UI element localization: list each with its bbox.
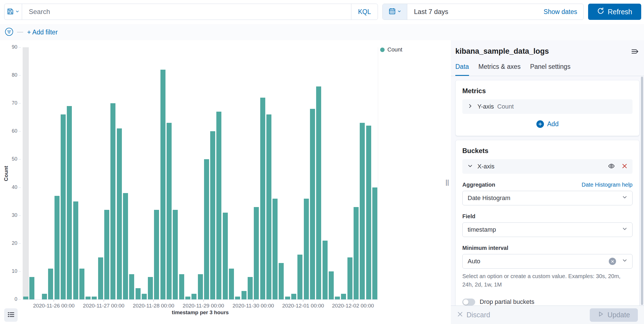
time-range-value[interactable]: Last 7 days (407, 8, 448, 16)
bar[interactable] (279, 263, 284, 299)
bar[interactable] (316, 86, 321, 299)
bar[interactable] (98, 257, 103, 299)
panel-content: Metrics Y-axis Count Add Buckets (451, 76, 644, 306)
panel-scrollbar[interactable] (641, 77, 643, 305)
bar[interactable] (273, 199, 278, 299)
bar[interactable] (123, 193, 128, 299)
bar[interactable] (117, 128, 122, 299)
bar[interactable] (23, 297, 28, 299)
bar[interactable] (254, 207, 259, 299)
bar[interactable] (285, 297, 290, 299)
tab-data[interactable]: Data (455, 63, 469, 76)
date-histogram-help-link[interactable]: Date Histogram help (582, 182, 633, 188)
legend-item-count[interactable]: Count (380, 46, 402, 53)
legend-toggle-button[interactable] (4, 308, 18, 322)
refresh-button[interactable]: Refresh (588, 4, 641, 20)
bar[interactable] (110, 103, 115, 299)
field-select[interactable]: timestamp (462, 222, 633, 237)
bar[interactable] (173, 210, 178, 299)
calendar-icon (389, 8, 396, 16)
add-metric-button[interactable]: Add (462, 119, 633, 129)
refresh-button-label: Refresh (608, 8, 632, 16)
list-icon (7, 311, 15, 319)
bar[interactable] (210, 131, 215, 299)
show-dates-link[interactable]: Show dates (544, 8, 583, 16)
bar[interactable] (329, 271, 334, 299)
bar[interactable] (154, 210, 159, 299)
bar[interactable] (61, 114, 66, 299)
toggle-knob (463, 299, 468, 305)
bar[interactable] (366, 126, 371, 299)
bar[interactable] (242, 291, 247, 299)
bar[interactable] (229, 269, 234, 299)
bar[interactable] (67, 106, 72, 299)
bar[interactable] (179, 274, 184, 299)
bar[interactable] (48, 269, 53, 299)
collapse-panel-button[interactable] (631, 48, 639, 56)
discard-button[interactable]: Discard (457, 311, 490, 319)
bar[interactable] (148, 277, 153, 299)
bar[interactable] (42, 294, 47, 299)
bar[interactable] (235, 297, 240, 299)
bar[interactable] (310, 109, 315, 299)
tab-panel-settings[interactable]: Panel settings (530, 63, 570, 76)
add-filter-link[interactable]: + Add filter (27, 29, 58, 36)
bar[interactable] (372, 187, 377, 299)
bar[interactable] (29, 277, 34, 299)
kql-language-button[interactable]: KQL (351, 4, 378, 20)
calendar-button[interactable] (383, 4, 407, 20)
bar[interactable] (297, 255, 302, 299)
eye-icon[interactable] (608, 163, 615, 171)
bar[interactable] (354, 207, 359, 299)
aggregation-select[interactable]: Date Histogram (462, 191, 633, 205)
filter-icon[interactable] (4, 27, 14, 37)
search-input[interactable] (22, 4, 351, 20)
bar[interactable] (260, 98, 265, 299)
x-tick-label: 2020-12-01 00:00 (275, 303, 331, 309)
bar[interactable] (335, 297, 340, 299)
bar[interactable] (142, 294, 147, 299)
x-tick-mark (303, 299, 303, 302)
bar[interactable] (167, 123, 172, 299)
bar[interactable] (291, 294, 296, 299)
bar[interactable] (55, 196, 60, 299)
clear-selection-icon[interactable] (609, 258, 616, 265)
minimum-interval-combobox[interactable]: Auto (462, 254, 633, 269)
partial-bucket-band (23, 47, 29, 299)
bar[interactable] (266, 114, 271, 299)
bar[interactable] (185, 297, 190, 299)
x-tick-label: 2020-11-29 00:00 (176, 303, 231, 309)
bar[interactable] (304, 199, 309, 299)
bar[interactable] (92, 297, 97, 299)
bar[interactable] (341, 294, 346, 299)
bar[interactable] (248, 277, 253, 299)
bar[interactable] (216, 112, 221, 299)
saved-query-button[interactable] (4, 4, 22, 20)
bar[interactable] (223, 213, 228, 299)
drop-partial-buckets-toggle[interactable] (462, 299, 475, 306)
x-axis-bucket-row[interactable]: X-axis (462, 159, 633, 174)
y-tick-mark (18, 299, 21, 300)
bar[interactable] (129, 274, 134, 299)
bar[interactable] (198, 274, 203, 299)
bar[interactable] (347, 257, 352, 299)
bar[interactable] (104, 210, 109, 299)
bar[interactable] (86, 297, 91, 299)
tab-metrics-axes[interactable]: Metrics & axes (479, 63, 521, 76)
bar[interactable] (136, 288, 141, 299)
bar[interactable] (360, 123, 365, 299)
bar[interactable] (73, 201, 78, 299)
remove-bucket-icon[interactable] (622, 163, 628, 170)
discard-label: Discard (467, 311, 490, 319)
update-button[interactable]: Update (590, 308, 638, 322)
y-axis-metric-row[interactable]: Y-axis Count (462, 99, 633, 114)
minimum-interval-label: Minimum interval (462, 245, 633, 251)
bar[interactable] (191, 294, 196, 299)
x-tick-mark (153, 299, 154, 302)
bar[interactable] (204, 159, 209, 299)
bar[interactable] (323, 241, 328, 299)
bar[interactable] (160, 70, 165, 299)
chevron-down-icon (622, 257, 628, 265)
panel-resize-handle[interactable]: || (444, 40, 451, 324)
bar[interactable] (79, 269, 84, 299)
